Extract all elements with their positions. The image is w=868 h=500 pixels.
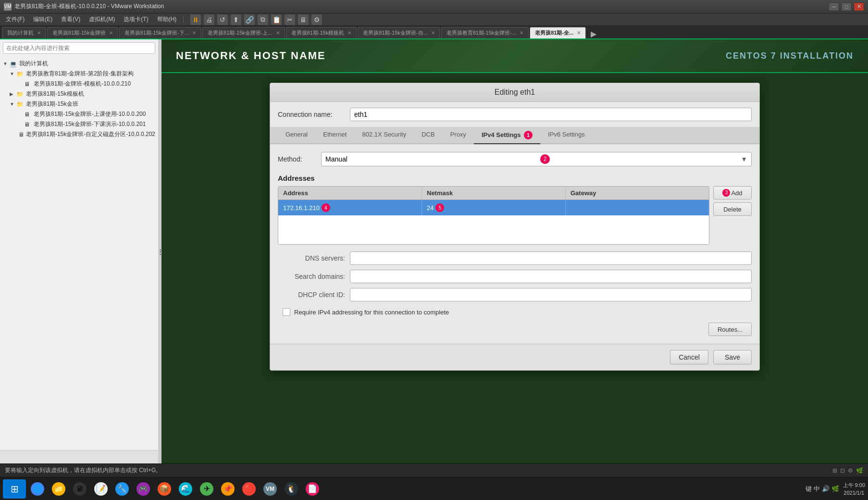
tab-close-icon[interactable]: ✕ <box>37 30 41 36</box>
tab-class1[interactable]: 老男孩81期-15k金牌班 ✕ <box>47 27 118 38</box>
clock-date: 2021/1/1 <box>843 489 865 497</box>
minimize-button[interactable]: ─ <box>829 2 839 11</box>
taskbar-pkg[interactable]: 📦 <box>155 480 174 498</box>
sidebar-item-template210[interactable]: 🖥 老男孩81期-金牌班-模板机-10.0.0.210 <box>0 79 158 89</box>
taskbar-right: 键 中 🔊 🌿 上午 9:00 2021/1/1 <box>806 481 865 497</box>
taskbar-notepad[interactable]: 📝 <box>91 480 111 498</box>
menu-view[interactable]: 查看(V) <box>57 14 84 25</box>
pdf-icon: 📄 <box>306 482 319 496</box>
dns-input[interactable] <box>350 251 752 265</box>
cancel-label: Cancel <box>679 353 700 361</box>
search-input[interactable] <box>3 42 155 54</box>
tab-education[interactable]: 老男孩教育81期-15k金牌班-... ✕ <box>441 27 529 38</box>
vm-icon: 🖥 <box>24 121 32 128</box>
address-row-0[interactable]: 172.16.1.210 4 24 5 <box>278 200 709 215</box>
sidebar-item-template15k[interactable]: ▶ 📁 老男孩81期-15k模板机 <box>0 89 158 99</box>
copy-icon[interactable]: ⧉ <box>258 14 268 25</box>
tab-label: 老男孩81期-15k金牌班-下... <box>124 29 189 37</box>
share-icon[interactable]: 🔗 <box>244 14 255 25</box>
method-row: Method: Manual 2 ▼ <box>278 152 752 166</box>
delete-address-button[interactable]: Delete <box>713 202 752 216</box>
dhcp-input[interactable] <box>350 288 752 301</box>
routes-label: Routes... <box>718 326 743 333</box>
method-badge: 2 <box>540 154 550 164</box>
tab-close-icon[interactable]: ✕ <box>192 30 196 36</box>
refresh-icon[interactable]: ↺ <box>217 14 228 25</box>
settings-icon[interactable]: ⚙ <box>311 14 322 25</box>
method-select[interactable]: Manual 2 ▼ <box>321 152 752 166</box>
search-domains-input[interactable] <box>350 270 752 283</box>
taskbar-vmware[interactable]: VM <box>260 480 280 498</box>
tab-active[interactable]: 老男孩81期-全... ✕ <box>530 27 586 38</box>
sidebar-item-200[interactable]: 🖥 老男孩81期-15k金牌班-上课使用-10.0.0.200 <box>0 109 158 119</box>
pause-icon[interactable]: ⏸ <box>190 14 201 25</box>
cancel-button[interactable]: Cancel <box>670 350 708 364</box>
taskbar-game[interactable]: 🎮 <box>134 480 153 498</box>
tab-close-icon[interactable]: ✕ <box>276 30 280 36</box>
sidebar-item-202[interactable]: 🖥 老男孩81期-15k金牌班-自定义磁盘分区-10.0.0.202 <box>0 129 158 139</box>
taskbar-wave[interactable]: 🌊 <box>176 480 195 498</box>
menu-help[interactable]: 帮助(H) <box>153 14 181 25</box>
save-button[interactable]: Save <box>713 350 752 364</box>
menu-vm[interactable]: 虚拟机(M) <box>85 14 119 25</box>
sidebar-item-mycomputer[interactable]: ▼ 💻 我的计算机 <box>0 59 158 69</box>
menu-file[interactable]: 文件(F) <box>2 14 28 25</box>
tab-dcb[interactable]: DCB <box>414 127 442 144</box>
tab-proxy[interactable]: Proxy <box>443 127 474 144</box>
taskbar-fly[interactable]: ✈ <box>197 480 216 498</box>
tab-ipv4[interactable]: IPv4 Settings 1 <box>474 127 540 144</box>
cut-icon[interactable]: ✂ <box>285 14 295 25</box>
tab-general[interactable]: General <box>278 127 315 144</box>
connection-name-row: Connection name: <box>270 102 759 127</box>
tab-close-icon[interactable]: ✕ <box>520 30 523 36</box>
tab-ethernet[interactable]: Ethernet <box>315 127 354 144</box>
add-address-button[interactable]: 3 Add <box>713 186 752 200</box>
up-icon[interactable]: ⬆ <box>231 14 241 25</box>
taskbar-browser[interactable]: 🌐 <box>28 480 47 498</box>
tab-close-icon[interactable]: ✕ <box>577 30 581 36</box>
taskbar-folder[interactable]: 📁 <box>49 480 68 498</box>
taskbar-penguin[interactable]: 🐧 <box>282 480 301 498</box>
routes-button[interactable]: Routes... <box>708 323 752 336</box>
sidebar-bottom <box>0 450 158 463</box>
save-label: Save <box>725 353 740 361</box>
centos-subtitle: CENTOS 7 INSTALLATION <box>726 51 854 61</box>
tab-class2[interactable]: 老男孩81期-15k金牌班-下... ✕ <box>119 27 201 38</box>
taskbar-tool[interactable]: 🔧 <box>112 480 132 498</box>
dhcp-row: DHCP client ID: <box>278 288 752 301</box>
taskbar-terminal[interactable]: 🖥 <box>70 480 89 498</box>
close-button[interactable]: ✕ <box>854 2 864 11</box>
col-netmask: Netmask <box>422 187 566 200</box>
start-button[interactable]: ⊞ <box>3 479 26 499</box>
tab-ipv6[interactable]: IPv6 Settings <box>540 127 593 144</box>
menu-tabs[interactable]: 选项卡(T) <box>120 14 152 25</box>
print-icon[interactable]: 🖨 <box>204 14 214 25</box>
vmware-window: VM 老男孩81期-全班-模板机-10.0.0.210 - VMware Wor… <box>0 0 868 500</box>
tab-class4[interactable]: 老男孩81期-15k金牌班-自... ✕ <box>358 27 440 38</box>
tab-class3[interactable]: 老男孩81期-15k金牌班-上... ✕ <box>202 27 285 38</box>
menu-edit[interactable]: 编辑(E) <box>29 14 56 25</box>
tab-8021x[interactable]: 802.1X Security <box>354 127 414 144</box>
tab-mycomputer[interactable]: 我的计算机 ✕ <box>2 27 46 38</box>
tab-scroll-right[interactable]: ▶ <box>589 29 598 38</box>
require-ipv4-checkbox[interactable] <box>283 308 290 316</box>
connection-name-input[interactable] <box>350 108 752 121</box>
paste-icon[interactable]: 📋 <box>271 14 282 25</box>
dialog-title: Editing eth1 <box>270 83 759 102</box>
taskbar-red[interactable]: 🔴 <box>239 480 259 498</box>
maximize-button[interactable]: □ <box>841 2 852 11</box>
sidebar-item-class15k[interactable]: ▼ 📁 老男孩81期-15k金班 <box>0 99 158 109</box>
tab-close-icon[interactable]: ✕ <box>109 30 113 36</box>
tab-close-icon[interactable]: ✕ <box>431 30 435 36</box>
tab-close-icon[interactable]: ✕ <box>347 30 351 36</box>
sidebar-item-201[interactable]: 🖥 老男孩81期-15k金牌班-下课演示-10.0.0.201 <box>0 119 158 129</box>
tab-template[interactable]: 老男孩81期-15k模板机 ✕ <box>286 27 357 38</box>
taskbar-doc[interactable]: 📄 <box>303 480 322 498</box>
title-bar-controls: ─ □ ✕ <box>829 2 864 11</box>
sidebar-item-education[interactable]: ▼ 📁 老男孩教育81期-金牌班-第2阶段-集群架构 <box>0 69 158 79</box>
sidebar-label: 老男孩81期-15k金班 <box>26 100 78 108</box>
taskbar-tray: 键 中 🔊 🌿 <box>806 485 839 493</box>
taskbar-pin[interactable]: 📌 <box>218 480 237 498</box>
screen-icon[interactable]: 🖥 <box>298 14 309 25</box>
vmware-icon: VM <box>4 3 12 11</box>
